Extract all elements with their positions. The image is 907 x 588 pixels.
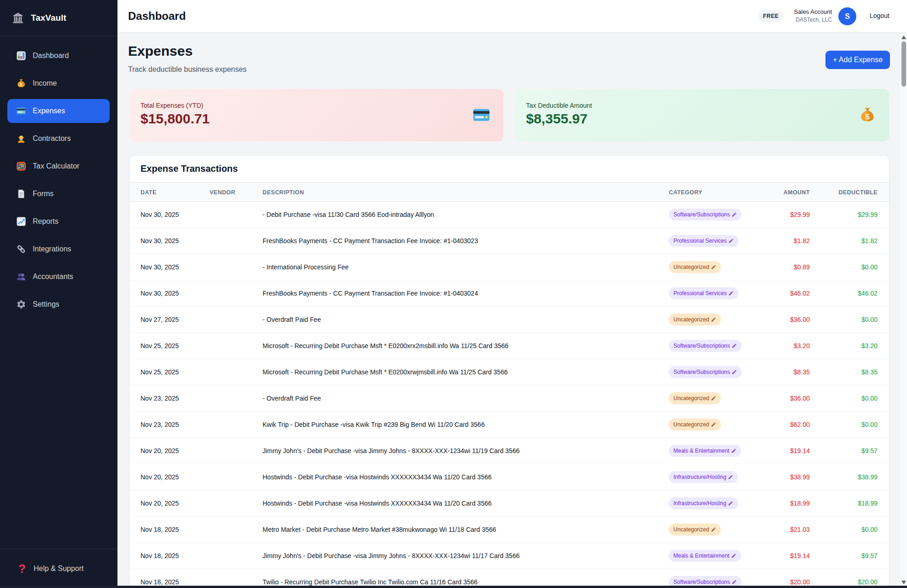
svg-text:$: $ <box>865 112 869 121</box>
svg-text:$: $ <box>20 82 23 87</box>
